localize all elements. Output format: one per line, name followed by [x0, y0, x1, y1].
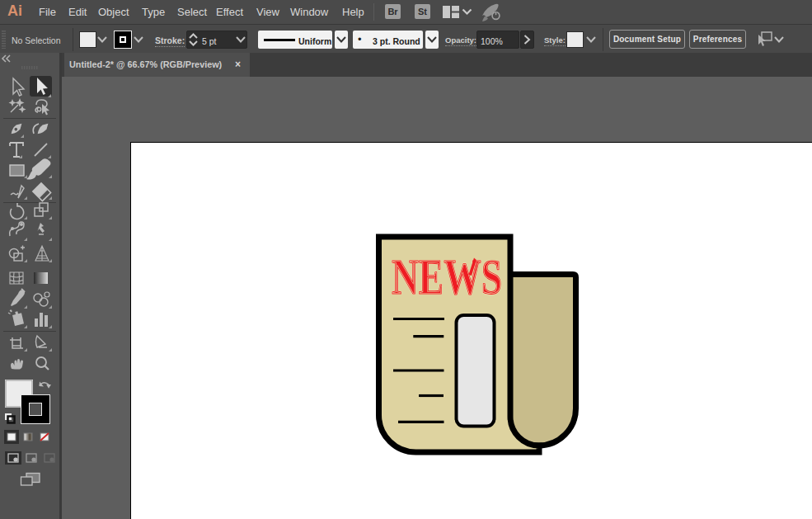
- svg-text:NEWS: NEWS: [392, 249, 502, 304]
